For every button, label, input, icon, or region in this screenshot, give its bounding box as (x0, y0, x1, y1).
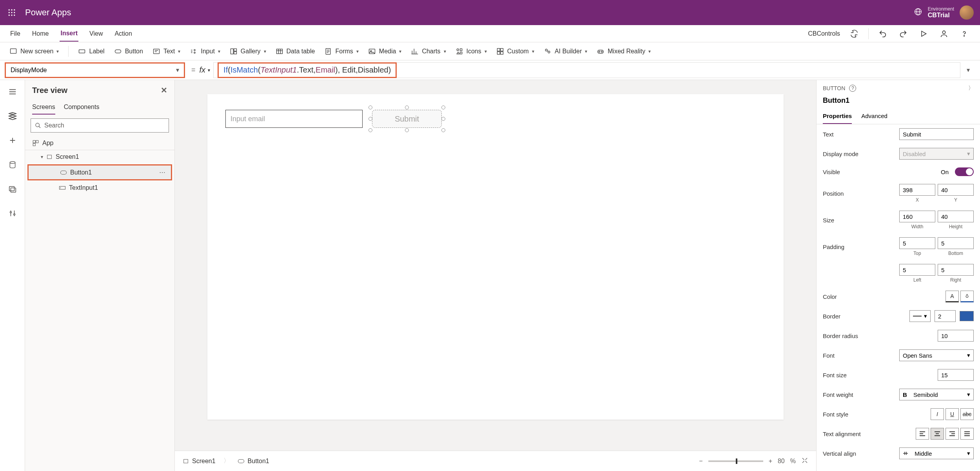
tab-advanced[interactable]: Advanced (861, 109, 887, 124)
font-select[interactable]: Open Sans▾ (899, 349, 974, 361)
menu-action[interactable]: Action (114, 26, 132, 41)
email-input-control[interactable]: Input email (225, 110, 363, 128)
submit-button-control[interactable]: Submit (372, 110, 442, 128)
fx-icon[interactable]: fx▾ (200, 65, 211, 75)
expand-formula-icon[interactable]: ▾ (960, 66, 976, 74)
redo-icon[interactable] (897, 27, 909, 40)
search-input[interactable]: Search (31, 118, 169, 133)
share-icon[interactable] (938, 27, 950, 40)
svg-rect-39 (9, 187, 14, 191)
data-icon[interactable] (6, 158, 19, 171)
menu-view[interactable]: View (89, 26, 103, 41)
environment-icon[interactable] (914, 7, 922, 18)
valign-select[interactable]: Middle▾ (899, 447, 974, 459)
property-selector[interactable]: DisplayMode ▾ (5, 62, 185, 78)
prop-size-width[interactable] (899, 211, 935, 222)
svg-point-5 (14, 12, 15, 13)
help-icon[interactable]: ? (849, 85, 856, 92)
breadcrumb-screen[interactable]: Screen1 (183, 458, 216, 465)
menu-file[interactable]: File (9, 26, 21, 41)
insert-icons-button[interactable]: Icons▾ (456, 47, 487, 55)
tree-item-screen1[interactable]: ▾ Screen1 (25, 150, 174, 164)
prop-position-y[interactable] (938, 184, 974, 196)
expand-panel-icon[interactable]: 〉 (968, 85, 974, 92)
zoom-pct: % (790, 458, 796, 465)
border-color-swatch[interactable] (960, 311, 974, 321)
insert-custom-button[interactable]: Custom▾ (496, 47, 534, 55)
underline-button[interactable]: U (946, 408, 959, 420)
insert-gallery-button[interactable]: Gallery▾ (230, 47, 266, 55)
help-icon[interactable] (958, 27, 971, 40)
environment-picker[interactable]: Environment CBTrial (928, 6, 954, 19)
tree-item-app[interactable]: App (25, 136, 174, 150)
align-left-button[interactable] (916, 428, 929, 440)
border-width-input[interactable] (935, 310, 956, 322)
advanced-tools-icon[interactable] (6, 207, 19, 220)
align-right-button[interactable] (946, 428, 959, 440)
tab-components[interactable]: Components (64, 100, 100, 115)
zoom-in-icon[interactable]: + (769, 458, 772, 465)
new-screen-button[interactable]: New screen▾ (9, 47, 59, 55)
insert-forms-button[interactable]: Forms▾ (324, 47, 358, 55)
fill-color-button[interactable] (960, 291, 974, 302)
waffle-icon[interactable] (6, 7, 17, 18)
font-color-button[interactable]: A (946, 291, 959, 302)
font-weight-select[interactable]: B Semibold▾ (899, 389, 974, 400)
more-icon[interactable]: ⋯ (159, 169, 165, 176)
menu-home[interactable]: Home (31, 26, 50, 41)
insert-button-button[interactable]: Button (114, 47, 143, 55)
italic-button[interactable]: I (931, 408, 944, 420)
tab-screens[interactable]: Screens (32, 100, 55, 115)
prop-fontstyle-label: Font style (823, 411, 927, 418)
prop-visible-label: Visible (823, 169, 937, 175)
prop-text-input[interactable] (899, 128, 974, 140)
prop-displaymode-select[interactable]: Disabled▾ (899, 148, 974, 160)
media-icon[interactable] (6, 183, 19, 195)
canvas[interactable]: Input email Submit (207, 94, 784, 420)
insert-datatable-button[interactable]: Data table (276, 47, 315, 55)
undo-icon[interactable] (877, 27, 889, 40)
tree-view-icon[interactable] (6, 110, 19, 122)
prop-padding-right[interactable] (938, 264, 974, 276)
insert-charts-button[interactable]: Charts▾ (411, 47, 446, 55)
insert-pane-icon[interactable] (6, 134, 19, 147)
strike-button[interactable]: abc (960, 408, 974, 420)
menu-insert[interactable]: Insert (60, 26, 78, 42)
controls-set[interactable]: CBControls (808, 30, 840, 37)
insert-mixedreality-button[interactable]: Mixed Reality▾ (597, 47, 651, 55)
insert-ribbon: New screen▾ Label Button Text▾ Input▾ Ga… (0, 42, 980, 60)
close-icon[interactable]: ✕ (161, 85, 167, 95)
font-size-input[interactable] (938, 369, 974, 381)
tree-item-textinput1[interactable]: TextInput1 (25, 181, 174, 195)
align-center-button[interactable] (931, 428, 944, 440)
new-screen-label: New screen (20, 48, 53, 55)
align-justify-button[interactable] (960, 428, 974, 440)
insert-media-button[interactable]: Media▾ (368, 47, 402, 55)
insert-input-button[interactable]: Input▾ (190, 47, 220, 55)
hamburger-icon[interactable] (6, 85, 19, 98)
formula-input[interactable]: If(IsMatch(TextInput1.Text, Email), Edit… (213, 62, 960, 78)
prop-padding-top[interactable] (899, 237, 935, 249)
prop-position-x[interactable] (899, 184, 935, 196)
play-icon[interactable] (917, 27, 930, 40)
tree-view-pane: Tree view ✕ Screens Components Search Ap… (25, 80, 175, 471)
fit-screen-icon[interactable] (801, 457, 808, 466)
user-avatar[interactable] (960, 5, 974, 20)
svg-rect-16 (115, 49, 121, 53)
prop-padding-left[interactable] (899, 264, 935, 276)
breadcrumb-button[interactable]: Button1 (238, 458, 269, 465)
tab-properties[interactable]: Properties (823, 109, 852, 124)
prop-size-height[interactable] (938, 211, 974, 222)
tree-item-button1[interactable]: Button1 ⋯ (27, 164, 172, 180)
insert-label-button[interactable]: Label (78, 47, 104, 55)
app-checker-icon[interactable] (848, 27, 860, 40)
zoom-out-icon[interactable]: − (699, 458, 702, 465)
border-style-select[interactable]: ▾ (909, 310, 931, 322)
svg-point-38 (10, 162, 15, 164)
border-radius-input[interactable] (938, 330, 974, 342)
prop-padding-bottom[interactable] (938, 237, 974, 249)
insert-aibuilder-button[interactable]: AI Builder▾ (544, 47, 587, 55)
prop-visible-toggle[interactable] (955, 167, 974, 176)
insert-text-button[interactable]: Text▾ (152, 47, 180, 55)
zoom-slider[interactable] (708, 460, 763, 462)
